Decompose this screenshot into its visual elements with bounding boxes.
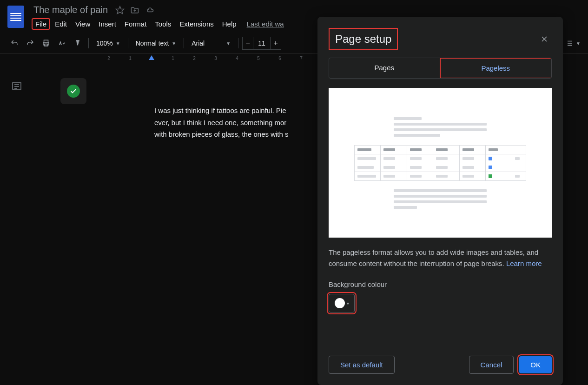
page-setup-dialog: Page setup Pages Pageless: [317, 17, 563, 385]
dialog-footer: Set as default Cancel OK: [329, 356, 552, 374]
close-icon: [540, 34, 549, 44]
dialog-header: Page setup: [329, 28, 552, 50]
tab-pageless[interactable]: Pageless: [440, 58, 552, 79]
preview-table: [354, 145, 526, 181]
pageless-preview: [329, 88, 552, 238]
tabs: Pages Pageless: [329, 58, 552, 79]
background-section: Background colour ▾: [329, 280, 552, 312]
tab-pages[interactable]: Pages: [329, 58, 440, 78]
ok-button[interactable]: OK: [519, 356, 552, 373]
close-button[interactable]: [537, 32, 552, 46]
pageless-description: The pageless format allows you to add wi…: [329, 247, 552, 269]
preview-text-lines: [394, 117, 487, 137]
background-label: Background colour: [329, 280, 552, 288]
cancel-button[interactable]: Cancel: [469, 356, 514, 374]
learn-more-link[interactable]: Learn more: [506, 259, 542, 267]
color-swatch: [335, 298, 345, 308]
dialog-backdrop: Page setup Pages Pageless: [0, 0, 588, 385]
background-color-picker[interactable]: ▾: [329, 294, 355, 312]
dropdown-arrow-icon: ▾: [347, 301, 349, 306]
set-default-button[interactable]: Set as default: [329, 356, 395, 374]
preview-text-lines: [394, 189, 487, 209]
dialog-title: Page setup: [329, 28, 398, 50]
